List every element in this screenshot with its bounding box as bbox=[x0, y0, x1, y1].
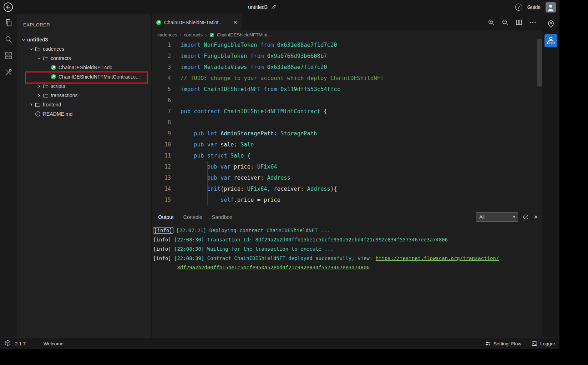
breadcrumb-item[interactable]: cadences bbox=[157, 32, 177, 38]
explorer-files-icon[interactable] bbox=[4, 19, 13, 27]
editor-scrollbar[interactable] bbox=[537, 39, 542, 210]
code-line: 13 pub var receiver: Address bbox=[152, 172, 542, 183]
tree-item-label: ChainIDEShieldNFT.cdc bbox=[59, 65, 112, 70]
line-number: 15 bbox=[152, 197, 181, 203]
editor-tab[interactable]: ChainIDEShieldNFTMint... ✕ bbox=[152, 14, 242, 30]
code-line: 5import ChainIDEShieldNFT from 0x119dff5… bbox=[152, 84, 542, 95]
chevron-down-icon: ▾ bbox=[513, 215, 515, 219]
statusbar-left: 2.1.7 Welcome bbox=[4, 340, 64, 348]
topbar-right-group: ? Guide bbox=[515, 0, 556, 14]
explorer-header: EXPLORER bbox=[17, 14, 151, 35]
editor-area: ChainIDEShieldNFTMint... ✕ · bbox=[152, 14, 542, 210]
log-link[interactable]: 8df29a2b2d00ffb15be1c5bcfe950a52ebd4f21c… bbox=[177, 265, 369, 270]
code-line: 7pub contract ChainIDEShieldNFTMintContr… bbox=[152, 106, 542, 117]
code-line: 4// TODO: change to your account which d… bbox=[152, 72, 542, 84]
chevron-down-icon bbox=[21, 37, 26, 42]
zoom-out-icon[interactable] bbox=[502, 19, 508, 26]
scrollbar-thumb[interactable] bbox=[537, 39, 542, 86]
code-line: 10 pub var sale: Sale bbox=[152, 139, 542, 150]
tab-close-icon[interactable]: ✕ bbox=[233, 20, 237, 25]
clear-output-icon[interactable] bbox=[523, 214, 529, 220]
code-editor[interactable]: 1import NonFungibleToken from 0x631e88ae… bbox=[152, 39, 542, 210]
chevron-right-icon bbox=[36, 93, 42, 98]
close-panel-icon[interactable]: ✕ bbox=[533, 214, 538, 220]
setting-flow-label: Setting: Flow bbox=[493, 341, 521, 346]
tree-item-chainideshieldnftmintcontract-c[interactable]: ChainIDEShieldNFTMintContract.c... bbox=[17, 72, 151, 81]
tree-item-transactions[interactable]: transactions bbox=[17, 91, 151, 100]
code-line: 1import NonFungibleToken from 0x631e88ae… bbox=[152, 39, 542, 50]
location-pin-icon[interactable] bbox=[546, 19, 556, 29]
code-lines: 1import NonFungibleToken from 0x631e88ae… bbox=[152, 39, 542, 205]
code-line: 2import FungibleToken from 0x9a0766d93b6… bbox=[152, 50, 542, 61]
file-tree: untitled3cadencescontractsChainIDEShield… bbox=[17, 35, 151, 119]
back-button[interactable] bbox=[3, 2, 13, 12]
folder-icon bbox=[35, 46, 41, 52]
line-number: 12 bbox=[152, 164, 181, 170]
welcome-button[interactable]: Welcome bbox=[44, 341, 64, 346]
tree-item-label: ChainIDEShieldNFTMintContract.c... bbox=[59, 74, 140, 80]
panel-tab-output[interactable]: Output bbox=[158, 214, 174, 220]
code-line: 11 pub struct Sale { bbox=[152, 150, 542, 161]
setting-flow-button[interactable]: Setting: Flow bbox=[485, 340, 521, 347]
flow-file-icon bbox=[209, 32, 214, 38]
line-number: 11 bbox=[152, 152, 181, 159]
explorer-sidebar: EXPLORER untitled3cadencescontractsChain… bbox=[17, 14, 152, 338]
folder-icon bbox=[43, 83, 49, 89]
breadcrumb-item[interactable]: contracts bbox=[184, 32, 203, 38]
search-icon[interactable] bbox=[4, 35, 13, 44]
build-tools-icon[interactable] bbox=[4, 68, 13, 76]
guide-button[interactable]: Guide bbox=[527, 4, 541, 10]
chainide-window: untitled3 ? Guide bbox=[0, 0, 559, 349]
line-number: 8 bbox=[152, 119, 181, 126]
line-number: 9 bbox=[152, 130, 181, 137]
tree-item-chainideshieldnft-cdc[interactable]: ChainIDEShieldNFT.cdc bbox=[17, 63, 151, 72]
chevron-right-icon bbox=[29, 102, 34, 108]
panel-tab-console[interactable]: Console bbox=[183, 214, 202, 220]
breadcrumb-separator: › bbox=[180, 32, 182, 38]
line-number: 1 bbox=[152, 42, 181, 48]
folder-icon bbox=[43, 55, 49, 61]
tree-item-frontend[interactable]: frontend bbox=[17, 100, 151, 109]
breadcrumb-item[interactable]: ChainIDEShieldNFTMint... bbox=[217, 32, 271, 38]
tree-item-contracts[interactable]: contracts bbox=[17, 54, 151, 63]
tree-item-untitled3[interactable]: untitled3 bbox=[17, 35, 151, 44]
code-line: 15 self.price = price bbox=[152, 194, 542, 205]
panel-tab-sandbox[interactable]: Sandbox bbox=[212, 214, 232, 220]
tree-item-scripts[interactable]: scripts bbox=[17, 81, 151, 91]
line-number: 3 bbox=[152, 64, 181, 70]
tree-item-label: contracts bbox=[51, 55, 71, 61]
code-line: 8 bbox=[152, 117, 542, 128]
tree-item-cadences[interactable]: cadences bbox=[17, 44, 151, 54]
plugins-icon[interactable] bbox=[4, 51, 13, 60]
zoom-in-icon[interactable] bbox=[488, 19, 495, 26]
flow-file-icon bbox=[51, 65, 56, 70]
line-number: 2 bbox=[152, 53, 181, 59]
chevron-right-icon bbox=[36, 84, 42, 89]
indent-guide bbox=[194, 117, 194, 210]
version-label: 2.1.7 bbox=[15, 341, 26, 346]
logger-button[interactable]: Logger bbox=[531, 340, 555, 347]
line-number: 6 bbox=[152, 97, 181, 104]
line-number: 13 bbox=[152, 175, 181, 181]
editor-actions: ··· bbox=[488, 14, 537, 30]
tree-item-label: transactions bbox=[51, 92, 77, 98]
tree-item-readme-md[interactable]: README.md bbox=[17, 109, 151, 119]
log-link[interactable]: https://testnet.flowscan.org/transaction… bbox=[376, 255, 499, 261]
tree-item-label: frontend bbox=[43, 102, 61, 108]
edit-title-icon[interactable] bbox=[271, 5, 276, 10]
top-bar: untitled3 ? Guide bbox=[0, 0, 559, 15]
folder-icon bbox=[43, 92, 49, 98]
log-filter-select[interactable]: All ▾ bbox=[476, 212, 518, 222]
cube-icon bbox=[4, 340, 11, 348]
log-line: [info] [22:08:30] Transaction Id: 8df29a… bbox=[153, 235, 542, 244]
right-bar bbox=[542, 14, 559, 338]
people-icon bbox=[485, 340, 491, 347]
more-actions-icon[interactable]: ··· bbox=[529, 21, 537, 24]
avatar[interactable] bbox=[546, 2, 556, 12]
flowchart-panel-icon[interactable] bbox=[544, 34, 557, 47]
tree-item-label: README.md bbox=[43, 111, 72, 117]
flow-file-icon bbox=[51, 74, 56, 80]
back-arrow-icon bbox=[3, 2, 13, 12]
split-editor-icon[interactable] bbox=[516, 19, 522, 26]
help-icon[interactable]: ? bbox=[515, 4, 522, 11]
